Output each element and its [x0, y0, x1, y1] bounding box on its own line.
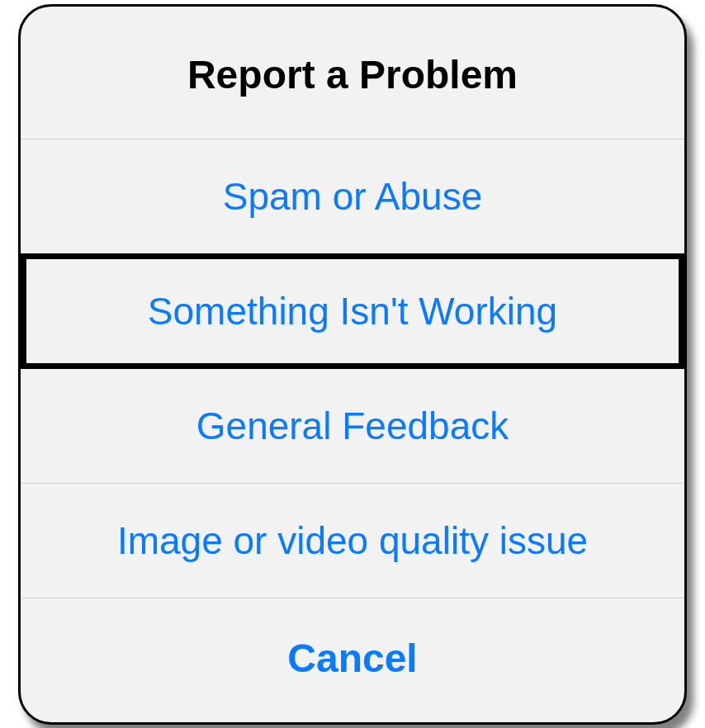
option-something-isnt-working[interactable]: Something Isn't Working [21, 253, 684, 369]
sheet-title: Report a Problem [37, 52, 668, 97]
report-problem-sheet: Report a Problem Spam or Abuse Something… [18, 4, 687, 725]
option-image-video-quality[interactable]: Image or video quality issue [21, 484, 684, 598]
option-general-feedback[interactable]: General Feedback [21, 369, 684, 484]
sheet-header: Report a Problem [21, 7, 684, 139]
option-spam-or-abuse[interactable]: Spam or Abuse [21, 139, 684, 254]
cancel-button[interactable]: Cancel [21, 598, 684, 722]
